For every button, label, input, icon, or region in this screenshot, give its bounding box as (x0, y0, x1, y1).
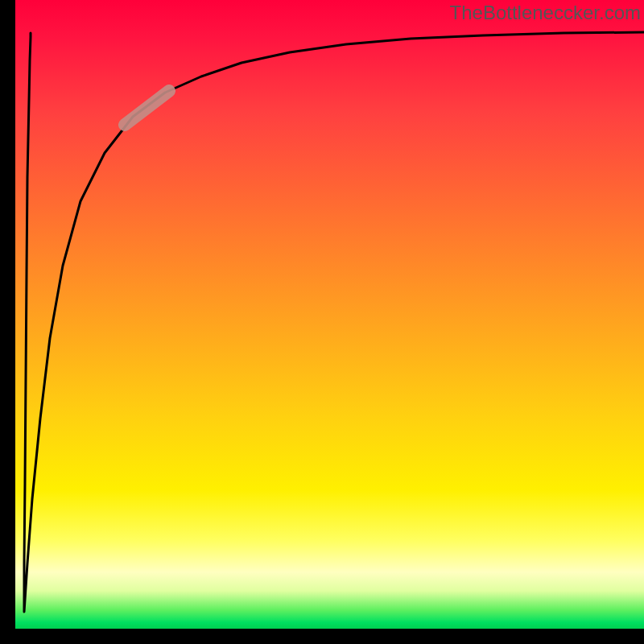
plot-gradient-area (15, 0, 644, 629)
y-axis (0, 0, 15, 644)
watermark: TheBottleneccker.com (450, 2, 641, 24)
x-axis (0, 629, 644, 644)
bottleneck-chart: TheBottleneccker.com (0, 0, 644, 644)
